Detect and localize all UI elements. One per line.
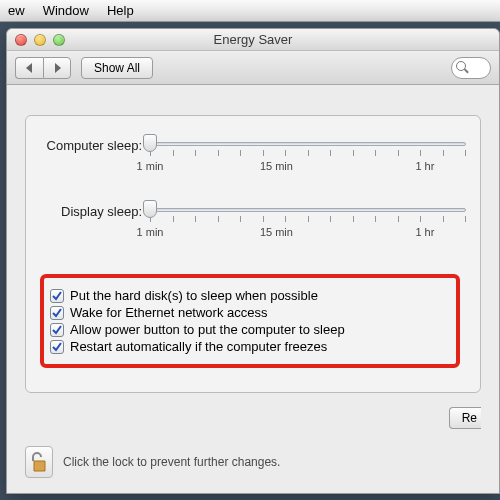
chk-label: Wake for Ethernet network access [70, 305, 268, 320]
restore-defaults-button[interactable]: Re [449, 407, 481, 429]
toolbar: Show All [7, 51, 499, 85]
content-area: Computer sleep: 1 min 15 min 1 hr Displa… [7, 85, 499, 485]
display-sleep-row: Display sleep: 1 min 15 min 1 hr [40, 204, 466, 242]
menu-item-ew[interactable]: ew [8, 3, 25, 18]
energy-panel: Computer sleep: 1 min 15 min 1 hr Displa… [25, 115, 481, 393]
menubar: ew Window Help [0, 0, 500, 22]
zoom-icon[interactable] [53, 34, 65, 46]
titlebar: Energy Saver [7, 29, 499, 51]
checkbox-icon [50, 306, 64, 320]
display-sleep-slider[interactable]: 1 min 15 min 1 hr [150, 204, 466, 242]
back-button[interactable] [15, 57, 43, 79]
lock-text: Click the lock to prevent further change… [63, 455, 280, 469]
computer-sleep-label: Computer sleep: [40, 138, 150, 153]
computer-sleep-row: Computer sleep: 1 min 15 min 1 hr [40, 138, 466, 176]
window-title: Energy Saver [7, 32, 499, 47]
chk-wake-ethernet[interactable]: Wake for Ethernet network access [50, 305, 446, 320]
checkbox-icon [50, 323, 64, 337]
search-icon [456, 61, 469, 74]
forward-button[interactable] [43, 57, 71, 79]
nav-buttons [15, 57, 71, 79]
lock-button[interactable] [25, 446, 53, 478]
chk-label: Restart automatically if the computer fr… [70, 339, 327, 354]
chk-restart-freeze[interactable]: Restart automatically if the computer fr… [50, 339, 446, 354]
chk-label: Put the hard disk(s) to sleep when possi… [70, 288, 318, 303]
traffic-lights [7, 34, 65, 46]
tick-label-min: 1 min [137, 160, 164, 172]
tick-label-mid: 15 min [260, 226, 293, 238]
checkbox-icon [50, 340, 64, 354]
tick-label-min: 1 min [137, 226, 164, 238]
checkbox-icon [50, 289, 64, 303]
tick-label-mid: 15 min [260, 160, 293, 172]
chk-label: Allow power button to put the computer t… [70, 322, 345, 337]
computer-sleep-slider[interactable]: 1 min 15 min 1 hr [150, 138, 466, 176]
search-input[interactable] [451, 57, 491, 79]
menu-item-help[interactable]: Help [107, 3, 134, 18]
chk-power-button-sleep[interactable]: Allow power button to put the computer t… [50, 322, 446, 337]
unlock-icon [30, 451, 48, 473]
menu-item-window[interactable]: Window [43, 3, 89, 18]
display-sleep-label: Display sleep: [40, 204, 150, 219]
chk-hard-disk-sleep[interactable]: Put the hard disk(s) to sleep when possi… [50, 288, 446, 303]
show-all-button[interactable]: Show All [81, 57, 153, 79]
close-icon[interactable] [15, 34, 27, 46]
footer: Click the lock to prevent further change… [25, 439, 481, 485]
preferences-window: Energy Saver Show All Computer sleep: [6, 28, 500, 494]
minimize-icon[interactable] [34, 34, 46, 46]
tick-label-max: 1 hr [415, 160, 434, 172]
tick-label-max: 1 hr [415, 226, 434, 238]
highlighted-options: Put the hard disk(s) to sleep when possi… [40, 274, 460, 368]
